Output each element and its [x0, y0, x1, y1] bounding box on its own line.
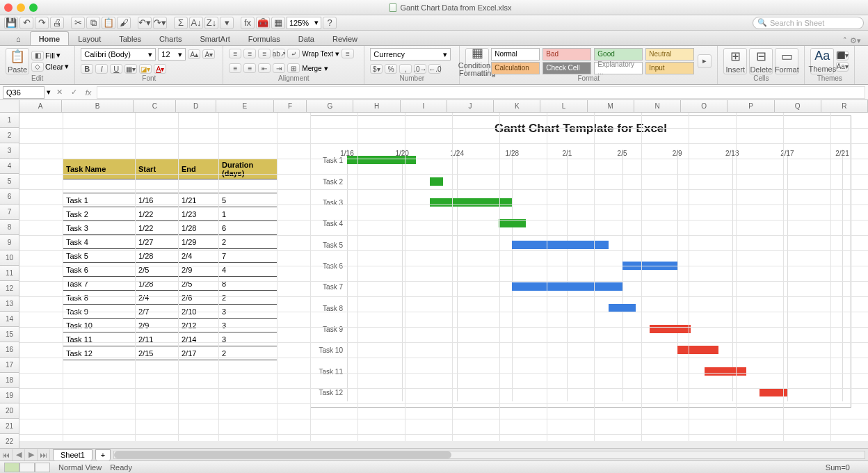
increase-font-icon[interactable]: A▴	[188, 49, 200, 59]
row-header-2[interactable]: 2	[0, 128, 19, 143]
gantt-bar[interactable]	[705, 367, 746, 376]
zoom-window-button[interactable]	[29, 3, 38, 12]
italic-icon[interactable]: I	[95, 64, 108, 74]
ribbon-options-icon[interactable]: ⚙▾	[850, 36, 861, 45]
cell-style-bad[interactable]: Bad	[542, 48, 591, 61]
column-header-P[interactable]: P	[728, 100, 774, 113]
minimize-window-button[interactable]	[17, 3, 25, 12]
align-middle-icon[interactable]: ≡	[243, 49, 256, 58]
undo-split-icon[interactable]: ↶▾	[138, 17, 152, 29]
close-window-button[interactable]	[4, 3, 13, 12]
ribbon-collapse-icon[interactable]: ˄	[843, 36, 847, 45]
autosum-icon[interactable]: Σ	[174, 17, 188, 29]
table-row[interactable]: Task 31/221/286	[63, 221, 278, 235]
align-top-icon[interactable]: ≡	[229, 49, 241, 58]
row-header-4[interactable]: 4	[0, 159, 19, 174]
cell-style-input[interactable]: Input	[645, 62, 694, 74]
cell-style-explanatory-[interactable]: Explanatory ...	[594, 62, 643, 74]
cancel-formula-icon[interactable]: ✕	[53, 86, 65, 99]
column-header-C[interactable]: C	[134, 100, 176, 113]
column-header-J[interactable]: J	[447, 100, 494, 113]
row-header-14[interactable]: 14	[0, 312, 19, 327]
merge-icon[interactable]: ⊞	[287, 63, 300, 73]
table-header[interactable]: End	[179, 159, 219, 179]
horizontal-scrollbar[interactable]	[113, 451, 865, 459]
table-row[interactable]: Task 102/92/123	[63, 319, 278, 332]
border-icon[interactable]: ▦▾	[124, 64, 137, 74]
row-header-9[interactable]: 9	[0, 235, 19, 250]
cell-style-calculation[interactable]: Calculation	[491, 62, 540, 74]
paste-button[interactable]: 📋Paste	[6, 48, 29, 74]
row-header-19[interactable]: 19	[0, 388, 19, 403]
name-box[interactable]: Q36	[3, 86, 45, 99]
gantt-bar[interactable]	[677, 346, 718, 354]
cell-style-normal[interactable]: Normal	[491, 48, 540, 61]
show-formulas-icon[interactable]: fx	[241, 17, 255, 29]
tab-tables[interactable]: Tables	[110, 31, 150, 45]
align-right-icon[interactable]: ≡	[243, 63, 256, 73]
style-gallery-more-icon[interactable]: ▸	[698, 54, 712, 68]
table-header[interactable]: Task Name	[63, 159, 136, 179]
toolbox-icon[interactable]: 🧰	[256, 17, 270, 29]
underline-icon[interactable]: U	[110, 64, 122, 74]
row-header-20[interactable]: 20	[0, 403, 19, 419]
column-header-H[interactable]: H	[353, 100, 400, 113]
save-icon[interactable]: 💾	[4, 17, 18, 29]
column-header-M[interactable]: M	[588, 100, 634, 113]
help-icon[interactable]: ?	[323, 17, 337, 29]
row-header-5[interactable]: 5	[0, 174, 19, 189]
filter-icon[interactable]: ▾	[220, 17, 234, 29]
decrease-font-icon[interactable]: A▾	[202, 49, 215, 59]
sheet-nav-first-icon[interactable]: ⏮	[0, 449, 13, 460]
increase-indent-icon[interactable]: ⇥	[273, 63, 285, 73]
row-header-16[interactable]: 16	[0, 342, 19, 358]
redo-icon[interactable]: ↷	[35, 17, 49, 29]
table-row[interactable]: Task 41/271/292	[63, 235, 278, 249]
row-header-21[interactable]: 21	[0, 419, 19, 434]
column-header-L[interactable]: L	[540, 100, 587, 113]
row-header-6[interactable]: 6	[0, 189, 19, 205]
align-center-icon[interactable]: ≡	[229, 63, 241, 73]
themes-button[interactable]: AaThemes	[810, 48, 834, 74]
font-name-combo[interactable]: Calibri (Body)▾	[81, 48, 156, 61]
theme-colors-icon[interactable]: ⬛▾	[836, 51, 849, 61]
tab-menu-icon[interactable]: ⌂	[7, 31, 30, 45]
column-header-E[interactable]: E	[216, 100, 274, 113]
row-header-18[interactable]: 18	[0, 373, 19, 388]
tab-charts[interactable]: Charts	[150, 31, 191, 45]
column-header-R[interactable]: R	[821, 100, 868, 113]
sort-desc-icon[interactable]: Z↓	[204, 17, 218, 29]
bold-icon[interactable]: B	[81, 64, 93, 74]
sort-asc-icon[interactable]: A↓	[189, 17, 203, 29]
copy-icon[interactable]: ⧉	[86, 17, 100, 29]
normal-view-button[interactable]	[4, 463, 19, 472]
percent-icon[interactable]: %	[385, 64, 397, 74]
sheet-tab-sheet1[interactable]: Sheet1	[53, 449, 93, 460]
spreadsheet-grid[interactable]: ABCDEFGHIJKLMNOPQR 123456789101112131415…	[0, 100, 868, 441]
gantt-bar[interactable]	[512, 282, 622, 291]
insert-cells-button[interactable]: ⊞Insert	[723, 48, 747, 74]
row-header-13[interactable]: 13	[0, 296, 19, 312]
column-header-D[interactable]: D	[176, 100, 216, 113]
table-row[interactable]: Task 21/221/231	[63, 207, 278, 221]
print-icon[interactable]: 🖨	[50, 17, 64, 29]
paste-icon[interactable]: 📋	[102, 17, 115, 29]
column-header-A[interactable]: A	[19, 100, 62, 113]
tab-layout[interactable]: Layout	[69, 31, 110, 45]
gantt-bar[interactable]	[430, 177, 444, 186]
column-header-G[interactable]: G	[307, 100, 353, 113]
row-header-12[interactable]: 12	[0, 281, 19, 296]
conditional-formatting-button[interactable]: ▦Conditional Formatting	[465, 48, 489, 74]
delete-cells-button[interactable]: ⊟Delete	[749, 48, 773, 74]
gallery-icon[interactable]: ▦	[271, 17, 285, 29]
cut-icon[interactable]: ✂	[71, 17, 85, 29]
increase-decimal-icon[interactable]: .0→	[414, 64, 426, 74]
column-header-K[interactable]: K	[494, 100, 540, 113]
cell-style-neutral[interactable]: Neutral	[645, 48, 694, 61]
row-header-8[interactable]: 8	[0, 220, 19, 235]
fill-icon[interactable]: ◧	[31, 51, 44, 61]
tab-formulas[interactable]: Formulas	[239, 31, 289, 45]
gantt-bar[interactable]	[650, 325, 691, 333]
font-size-combo[interactable]: 12▾	[158, 48, 186, 61]
column-header-Q[interactable]: Q	[775, 100, 821, 113]
